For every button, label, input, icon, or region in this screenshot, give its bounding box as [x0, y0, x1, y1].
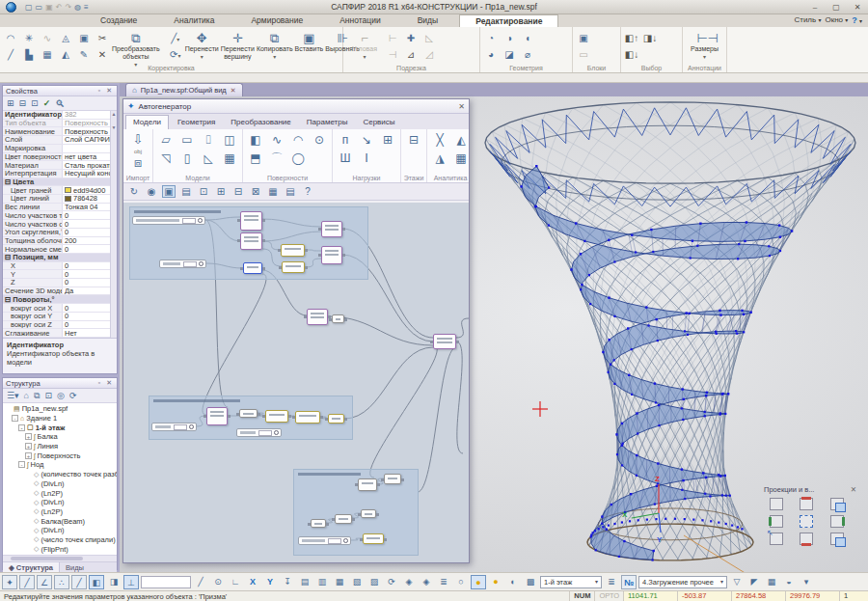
tree-item[interactable]: +ʃЛиния	[3, 442, 117, 451]
palette-close-icon[interactable]: ✕	[851, 485, 856, 494]
view-solid-icon[interactable]: ◧	[89, 575, 104, 589]
display-box3-icon[interactable]: ▦	[332, 575, 347, 589]
graph-node[interactable]	[240, 232, 262, 250]
pipe-icon[interactable]: ⊙	[311, 131, 328, 149]
ribbon-tab-Виды[interactable]: Виды	[402, 14, 454, 27]
slice-icon[interactable]: ⌀	[520, 47, 535, 62]
graph-node[interactable]	[295, 411, 320, 423]
tree-item[interactable]: ◇(число точек спирали)	[3, 535, 117, 545]
picker-icon[interactable]: ✎	[76, 47, 92, 62]
lock-y-icon[interactable]: Y	[262, 575, 278, 589]
graph-node[interactable]	[281, 244, 305, 257]
slider-node[interactable]	[298, 536, 351, 545]
tree-item[interactable]: ◇(количество точек разби	[3, 470, 117, 479]
frame-add-icon[interactable]: ⊞	[214, 186, 228, 197]
slider-value[interactable]	[258, 430, 272, 436]
slider-value[interactable]	[328, 538, 341, 544]
tree-item[interactable]: ◇(DivLn)	[3, 479, 117, 489]
box-icon[interactable]: ▣	[76, 31, 92, 45]
arc-tool-icon[interactable]: ◠	[3, 31, 18, 45]
graph-node[interactable]	[321, 221, 342, 237]
tree-item[interactable]: ◇(Ln2P)	[3, 507, 117, 517]
paste-button[interactable]: ▣ Вставить	[295, 29, 324, 64]
select-down-icon[interactable]: ◧↓	[624, 47, 639, 62]
property-value[interactable]: нет цвета	[63, 153, 117, 161]
fill-icon[interactable]: ◒	[781, 575, 797, 589]
column-icon[interactable]: ▯	[178, 150, 196, 167]
tree-item[interactable]: ◇Балка(Beam)	[3, 516, 117, 526]
open-file-icon[interactable]: ▭	[36, 1, 43, 14]
run-icon[interactable]: ↻	[127, 186, 141, 197]
property-value[interactable]: 0	[63, 220, 117, 228]
slider-node[interactable]	[236, 428, 282, 437]
trim1-icon[interactable]: ⊢	[385, 31, 400, 45]
slider-value[interactable]	[182, 218, 196, 224]
tree-expand-icon[interactable]: -	[12, 415, 18, 422]
lamp2-icon[interactable]: ●	[488, 575, 503, 589]
left-view-icon[interactable]	[770, 515, 783, 528]
point-load-icon[interactable]: ↘	[358, 131, 375, 149]
pattern-icon[interactable]: ▦	[40, 47, 55, 62]
graph-node[interactable]	[332, 314, 344, 323]
menu-?[interactable]: ? ▾	[852, 14, 862, 27]
property-value[interactable]: Сталь прокатна...	[63, 161, 117, 169]
arc-surface-icon[interactable]: ⌒	[268, 150, 285, 167]
slider-knob[interactable]	[198, 218, 203, 223]
block-explode-icon[interactable]: ▭	[576, 47, 591, 62]
tree-item[interactable]: -⌂Здание 1	[3, 414, 117, 423]
snap-angle-icon[interactable]: ∠	[37, 575, 52, 589]
filter-checked-icon[interactable]: ⊞	[7, 98, 14, 108]
draw-circle-icon[interactable]: ⊙	[210, 575, 226, 589]
beam-load-icon[interactable]: Ⅰ	[358, 150, 375, 167]
rotate-view-icon[interactable]	[770, 533, 783, 545]
fem-grid-icon[interactable]: ▦	[452, 150, 470, 167]
graph-node[interactable]	[206, 407, 228, 425]
ag-tab-Геометрия[interactable]: Геометрия	[171, 116, 222, 129]
cross-analysis-icon[interactable]: ╳	[431, 131, 448, 149]
property-value[interactable]: 0	[63, 321, 117, 329]
bottom-view-icon[interactable]	[800, 533, 813, 545]
snap-edge-icon[interactable]: ╱	[19, 575, 35, 589]
property-value[interactable]	[63, 145, 117, 152]
property-value[interactable]: Поверхность	[63, 127, 117, 135]
property-value[interactable]: 0	[63, 211, 117, 219]
sphere-icon[interactable]: ◯	[289, 150, 307, 167]
lamp-on-icon[interactable]: ●	[471, 575, 486, 589]
property-value[interactable]: Несущий конст...	[63, 170, 117, 178]
import-model-icon[interactable]: ⧈	[127, 154, 149, 172]
corner-trim-button[interactable]: ⌐ Угловая▾	[346, 29, 383, 64]
move-vertex-button[interactable]: ✛ Перенести вершину	[221, 29, 255, 64]
slope1-icon[interactable]: ◺	[421, 31, 437, 45]
maximize-button[interactable]: ▢	[826, 1, 847, 14]
menu-Окно[interactable]: Окно ▾	[825, 14, 848, 27]
tree-item[interactable]: ◇(DivLn)	[3, 498, 117, 507]
layers-icon[interactable]: ⧉	[34, 391, 40, 401]
tree-item[interactable]: -ʃНод	[3, 460, 117, 470]
lock-x-icon[interactable]: X	[245, 575, 260, 589]
app-logo-icon[interactable]	[2, 0, 19, 14]
book2-icon[interactable]: ◈	[419, 575, 434, 589]
graph-node[interactable]	[384, 474, 401, 484]
property-value[interactable]: 382	[63, 111, 117, 119]
undo-icon[interactable]: ↶	[56, 1, 63, 14]
shell-icon[interactable]: ◖	[520, 31, 535, 45]
lamp-off-icon[interactable]: ○	[453, 575, 469, 589]
numbering-icon[interactable]: №	[621, 575, 637, 589]
angle-trim-icon[interactable]: ⊿	[403, 47, 419, 62]
close-panel-icon[interactable]: ✕	[106, 87, 114, 94]
book1-icon[interactable]: ◈	[401, 575, 417, 589]
ribbon-tab-Создание[interactable]: Создание	[85, 14, 152, 27]
solid-icon[interactable]: ⬒	[247, 150, 264, 167]
snap-node-icon[interactable]: ✦	[2, 575, 17, 589]
filter-add-icon[interactable]: ▽	[729, 575, 745, 589]
close-panel-icon[interactable]: ✕	[106, 379, 114, 386]
property-value[interactable]: Да	[63, 287, 117, 295]
property-value[interactable]: 0	[63, 229, 117, 236]
draw-corner-icon[interactable]: ∟	[228, 575, 243, 589]
shell-surface-icon[interactable]: ◠	[289, 131, 307, 149]
ribbon-tab-Аналитика[interactable]: Аналитика	[158, 14, 230, 27]
expand-menu-icon[interactable]: ☰▾	[7, 391, 19, 400]
materials-icon[interactable]: ▩	[523, 575, 538, 589]
extend-icon[interactable]: ⊣	[385, 47, 400, 62]
tree-expand-icon[interactable]: +	[25, 452, 32, 459]
